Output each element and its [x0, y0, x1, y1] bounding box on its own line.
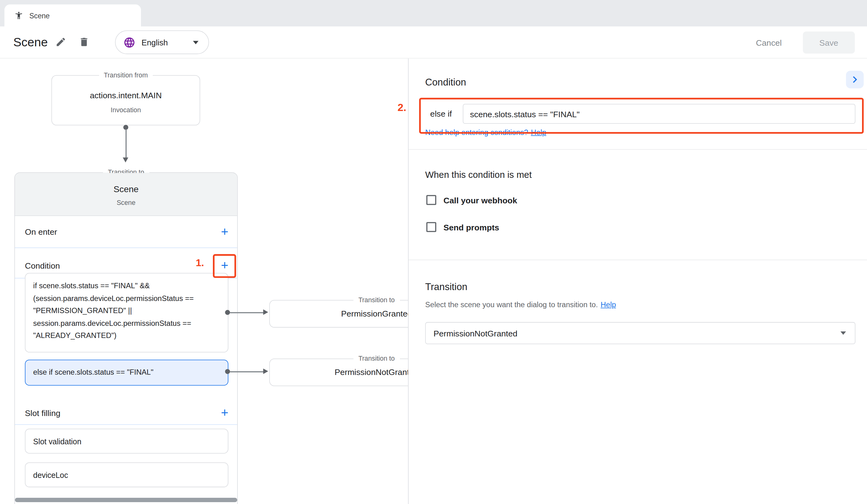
send-prompts-checkbox[interactable] [426, 222, 436, 232]
condition-expression-input[interactable] [463, 104, 856, 124]
deviceloc-slot-item[interactable]: deviceLoc [25, 462, 228, 487]
arrow-right-icon [263, 369, 268, 374]
scene-graph-canvas: Transition from actions.intent.MAIN Invo… [0, 58, 408, 504]
on-enter-section: On enter + [15, 219, 237, 243]
add-slot-button[interactable]: + [221, 407, 228, 418]
selected-scene-value: PermissionNotGranted [434, 328, 517, 338]
annotation-number-step2: 2. [398, 102, 406, 114]
trash-icon [78, 36, 90, 47]
call-your-webhook-label: Call your webhook [443, 195, 517, 205]
target-scene-name: PermissionNotGranted [270, 368, 408, 377]
arrow-right-icon [263, 309, 268, 315]
add-condition-button[interactable]: + [221, 260, 228, 271]
condition-details-panel: Condition else if Need help entering con… [408, 58, 867, 504]
transition-description: Select the scene you want the dialog to … [425, 301, 616, 309]
conditions-help-line: Need help entering conditions?Help [425, 128, 546, 136]
language-selector[interactable]: English [115, 31, 209, 54]
condition-label: Condition [25, 261, 60, 270]
transition-description-text: Select the scene you want the dialog to … [425, 301, 598, 309]
conditions-help-link[interactable]: Help [531, 128, 546, 136]
intent-type: Invocation [52, 106, 200, 114]
panel-divider [409, 260, 867, 260]
when-condition-met-title: When this condition is met [425, 169, 532, 180]
slot-filling-label: Slot filling [25, 408, 60, 417]
transition-help-link[interactable]: Help [601, 301, 616, 309]
transition-from-node[interactable]: Transition from actions.intent.MAIN Invo… [51, 75, 200, 125]
connector-line [126, 129, 126, 158]
header: Scene English Cancel Save [0, 26, 867, 58]
transition-to-legend: Transition to [354, 296, 400, 305]
connector-dot [225, 310, 230, 315]
pencil-icon [55, 36, 67, 47]
dropdown-caret-icon [841, 331, 846, 335]
chevron-down-icon [193, 41, 199, 44]
cancel-button[interactable]: Cancel [754, 38, 784, 47]
slot-filling-section: Slot filling + [15, 401, 237, 424]
transition-from-legend: Transition from [99, 70, 153, 80]
webhook-option-row: Call your webhook [426, 195, 517, 205]
section-divider [15, 424, 237, 425]
page-title: Scene [13, 26, 48, 58]
globe-icon [123, 36, 135, 48]
connector-dot [225, 369, 230, 374]
add-on-enter-button[interactable]: + [221, 226, 228, 237]
call-your-webhook-checkbox[interactable] [426, 195, 436, 205]
annotation-number-step1: 1. [196, 258, 204, 269]
target-scene-name: PermissionGranted [270, 309, 408, 318]
section-divider [15, 248, 237, 248]
tab-bar: Scene [0, 0, 867, 26]
transition-to-legend: Transition to [354, 354, 400, 363]
permission-granted-node[interactable]: Transition to PermissionGranted [269, 300, 408, 328]
connector-line [230, 371, 264, 372]
intent-name: actions.intent.MAIN [52, 90, 200, 100]
language-label: English [142, 38, 187, 47]
tab-scene[interactable]: Scene [4, 4, 141, 26]
condition-item-2-selected[interactable]: else if scene.slots.status == "FINAL" [25, 360, 228, 386]
panel-divider [409, 149, 867, 150]
tab-label: Scene [29, 11, 50, 20]
save-button[interactable]: Save [803, 31, 855, 54]
slot-validation-item[interactable]: Slot validation [25, 429, 228, 453]
connector-line [230, 312, 264, 313]
transition-scene-select[interactable]: PermissionNotGranted [425, 322, 855, 344]
collapse-panel-button[interactable] [846, 70, 864, 88]
scene-node-card: Transition to Scene Scene On enter + Con… [14, 172, 238, 504]
header-actions: Cancel Save [754, 31, 855, 54]
send-prompts-label: Send prompts [443, 222, 499, 232]
arrow-down-icon [122, 157, 128, 162]
edit-scene-name-button[interactable] [55, 36, 67, 48]
send-prompts-option-row: Send prompts [426, 222, 499, 232]
condition-item-1[interactable]: if scene.slots.status == "FINAL" && (ses… [25, 273, 228, 353]
actions-console-scene-editor: Scene Scene English Cancel Save Transiti… [0, 0, 867, 504]
scene-card-title: Scene [15, 184, 237, 194]
permission-not-granted-node[interactable]: Transition to PermissionNotGranted [269, 359, 408, 386]
on-enter-label: On enter [25, 227, 57, 236]
scene-person-icon [14, 11, 23, 20]
help-text: Need help entering conditions? [425, 128, 528, 136]
delete-scene-button[interactable] [78, 36, 90, 48]
scene-card-header[interactable]: Scene Scene [15, 173, 237, 216]
chevron-right-icon [848, 73, 862, 86]
scene-card-subtitle: Scene [15, 199, 237, 207]
else-if-label: else if [430, 104, 452, 124]
transition-section-title: Transition [425, 281, 467, 293]
horizontal-scrollbar[interactable] [15, 498, 237, 502]
panel-title: Condition [425, 77, 466, 88]
